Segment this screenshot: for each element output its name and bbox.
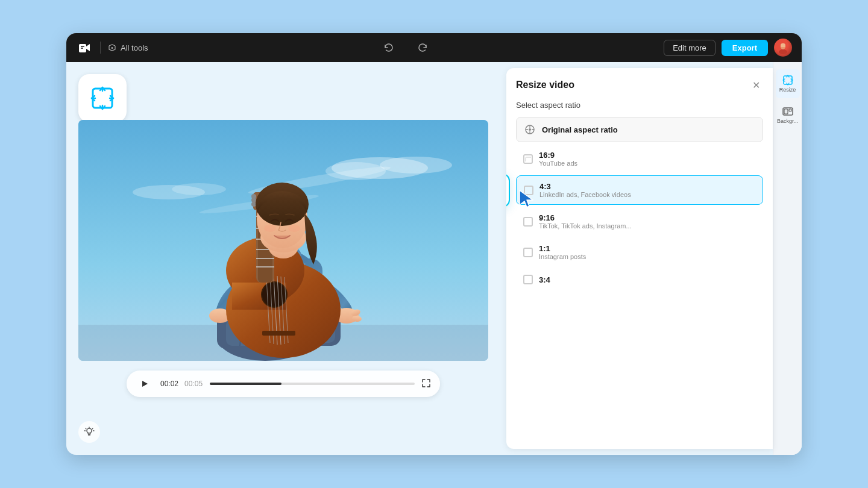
canvas-area: 00:02 00:05 bbox=[66, 62, 500, 455]
sidebar-item-background[interactable]: Backgr... bbox=[776, 101, 800, 130]
aspect-label-16-9: 16:9 bbox=[539, 151, 756, 160]
tooltip-popup-4-3: 4:3 LinkedIn ads, Facebook videos bbox=[506, 174, 510, 207]
sidebar-icons: Resize Backgr... bbox=[773, 62, 802, 455]
svg-line-78 bbox=[92, 428, 93, 429]
svg-rect-87 bbox=[526, 157, 531, 161]
svg-point-70 bbox=[256, 183, 309, 226]
aspect-desc-4-3: LinkedIn ads, Facebook videos bbox=[539, 191, 755, 198]
play-button[interactable] bbox=[136, 375, 153, 392]
svg-marker-73 bbox=[142, 381, 148, 387]
aspect-option-16-9[interactable]: 16:9 YouTube ads bbox=[516, 145, 763, 173]
total-time: 00:05 bbox=[184, 380, 203, 388]
current-time: 00:02 bbox=[160, 380, 178, 388]
progress-fill bbox=[210, 383, 281, 385]
aspect-desc-9-16: TikTok, TikTok ads, Instagram... bbox=[539, 222, 756, 230]
aspect-label-original: Original aspect ratio bbox=[542, 125, 755, 134]
topbar-divider bbox=[100, 42, 101, 54]
svg-point-5 bbox=[779, 49, 787, 54]
video-frame bbox=[78, 120, 488, 361]
aspect-text-3-4: 3:4 bbox=[539, 275, 756, 284]
avatar-image bbox=[774, 39, 792, 57]
svg-point-15 bbox=[380, 157, 452, 174]
sidebar-item-resize[interactable]: Resize bbox=[776, 69, 800, 98]
lightbulb-button[interactable] bbox=[78, 421, 100, 443]
aspect-option-3-4[interactable]: 3:4 bbox=[516, 269, 763, 290]
topbar-right-controls: Edit more Export bbox=[664, 39, 792, 57]
aspect-text-4-3: 4:3 LinkedIn ads, Facebook videos bbox=[539, 182, 755, 198]
panel-close-button[interactable]: ✕ bbox=[749, 78, 763, 92]
svg-point-62 bbox=[251, 202, 256, 207]
fullscreen-button[interactable] bbox=[422, 379, 430, 389]
sidebar-label-background: Backgr... bbox=[777, 118, 798, 124]
aspect-option-4-3-wrapper: 4:3 LinkedIn ads, Facebook videos 4:3 Li… bbox=[516, 175, 763, 205]
svg-point-71 bbox=[264, 225, 276, 232]
aspect-text-16-9: 16:9 YouTube ads bbox=[539, 151, 756, 167]
svg-line-77 bbox=[86, 428, 86, 429]
aspect-option-original[interactable]: Original aspect ratio bbox=[516, 117, 763, 142]
redo-button[interactable] bbox=[413, 38, 432, 57]
svg-point-17 bbox=[172, 183, 226, 195]
video-image bbox=[78, 120, 488, 361]
edit-more-button[interactable]: Edit more bbox=[664, 40, 715, 56]
main-area: 00:02 00:05 bbox=[66, 62, 802, 455]
aspect-label-1-1: 1:1 bbox=[539, 244, 756, 253]
panel-title: Resize video bbox=[516, 80, 574, 90]
topbar: All tools Edit more Export bbox=[66, 33, 802, 62]
resize-icon-badge bbox=[78, 74, 127, 122]
aspect-checkbox-3-4 bbox=[523, 275, 533, 284]
cursor-arrow bbox=[517, 188, 539, 212]
sidebar-label-resize: Resize bbox=[779, 87, 796, 93]
aspect-text-9-16: 9:16 TikTok, TikTok ads, Instagram... bbox=[539, 213, 756, 230]
panel-header: Resize video ✕ bbox=[516, 78, 763, 92]
aspect-checkbox-1-1 bbox=[523, 248, 533, 257]
aspect-desc-1-1: Instagram posts bbox=[539, 253, 756, 260]
svg-point-82 bbox=[529, 128, 531, 131]
aspect-option-4-3[interactable]: 4:3 LinkedIn ads, Facebook videos bbox=[516, 175, 763, 205]
aspect-checkbox-9-16 bbox=[523, 217, 533, 227]
aspect-label-9-16: 9:16 bbox=[539, 213, 756, 222]
all-tools-button[interactable]: All tools bbox=[108, 43, 148, 52]
svg-point-74 bbox=[87, 428, 92, 433]
time-display: 00:02 00:05 bbox=[160, 380, 203, 388]
svg-point-65 bbox=[251, 198, 256, 202]
export-button[interactable]: Export bbox=[722, 40, 768, 56]
svg-point-3 bbox=[112, 47, 113, 49]
svg-marker-88 bbox=[520, 190, 533, 207]
avatar[interactable] bbox=[774, 39, 792, 57]
aspect-option-9-16[interactable]: 9:16 TikTok, TikTok ads, Instagram... bbox=[516, 207, 763, 236]
svg-rect-51 bbox=[262, 331, 295, 336]
topbar-center-controls bbox=[148, 38, 664, 57]
svg-rect-89 bbox=[784, 76, 792, 84]
svg-rect-92 bbox=[789, 109, 791, 111]
panel-subtitle: Select aspect ratio bbox=[516, 101, 763, 110]
app-logo[interactable] bbox=[76, 39, 93, 56]
aspect-desc-16-9: YouTube ads bbox=[539, 160, 756, 167]
undo-button[interactable] bbox=[379, 38, 398, 57]
aspect-option-1-1[interactable]: 1:1 Instagram posts bbox=[516, 238, 763, 266]
progress-bar[interactable] bbox=[210, 383, 415, 385]
svg-point-72 bbox=[288, 225, 300, 232]
aspect-label-4-3: 4:3 bbox=[539, 182, 755, 191]
aspect-checkbox-16-9 bbox=[523, 154, 533, 164]
aspect-text-1-1: 1:1 Instagram posts bbox=[539, 244, 756, 260]
svg-rect-91 bbox=[784, 109, 788, 114]
aspect-label-3-4: 3:4 bbox=[539, 275, 756, 284]
video-controls-bar: 00:02 00:05 bbox=[127, 371, 440, 397]
resize-panel: Resize video ✕ Select aspect ratio bbox=[506, 68, 773, 449]
aspect-text-original: Original aspect ratio bbox=[542, 125, 755, 134]
original-aspect-icon bbox=[524, 124, 536, 136]
app-window: All tools Edit more Export bbox=[66, 33, 802, 455]
